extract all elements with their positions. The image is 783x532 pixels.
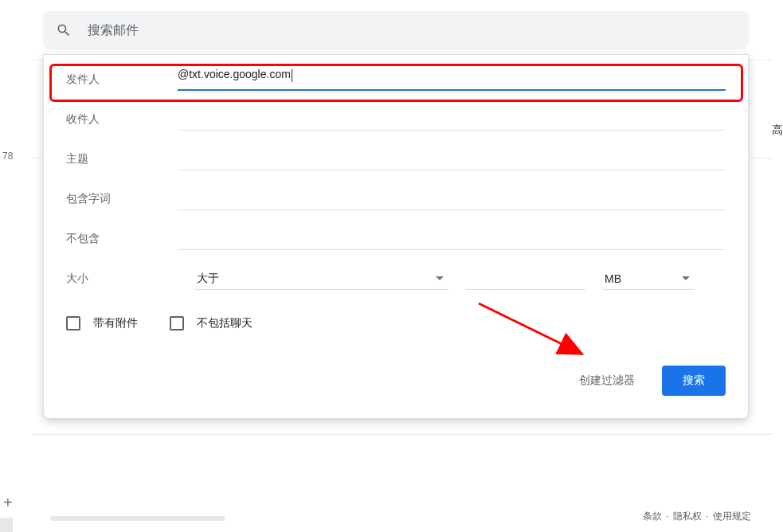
search-icon bbox=[56, 22, 72, 38]
nothas-input[interactable] bbox=[178, 228, 726, 250]
policies-link[interactable]: 使用规定 bbox=[713, 510, 751, 522]
search-bar[interactable]: 搜索邮件 bbox=[43, 11, 749, 49]
terms-link[interactable]: 条款 bbox=[643, 510, 662, 522]
subject-label: 主题 bbox=[66, 152, 178, 166]
to-label: 收件人 bbox=[66, 112, 178, 127]
size-unit-select[interactable]: MB bbox=[603, 268, 695, 290]
sidebar-square bbox=[0, 518, 13, 532]
search-button[interactable]: 搜索 bbox=[662, 366, 726, 396]
chevron-down-icon bbox=[436, 276, 444, 280]
haswords-label: 包含字词 bbox=[66, 192, 178, 206]
horizontal-scrollbar[interactable] bbox=[50, 516, 433, 522]
text-cursor bbox=[292, 69, 292, 82]
size-value-input[interactable] bbox=[466, 268, 585, 290]
create-filter-button[interactable]: 创建过滤器 bbox=[573, 366, 641, 396]
search-placeholder: 搜索邮件 bbox=[88, 22, 139, 39]
haswords-input[interactable] bbox=[178, 188, 726, 210]
side-text: 高 bbox=[772, 123, 783, 138]
from-label: 发件人 bbox=[66, 72, 178, 87]
exclude-chat-checkbox[interactable]: 不包括聊天 bbox=[170, 316, 253, 331]
from-input[interactable]: @txt.voice.google.com bbox=[178, 68, 726, 91]
has-attachment-checkbox[interactable]: 带有附件 bbox=[66, 316, 138, 331]
checkbox-icon bbox=[170, 316, 184, 331]
size-compare-select[interactable]: 大于 bbox=[195, 268, 448, 290]
sidebar-count: 78 bbox=[2, 151, 13, 162]
size-label: 大小 bbox=[66, 272, 178, 286]
to-input[interactable] bbox=[178, 108, 726, 131]
advanced-search-panel: 发件人 @txt.voice.google.com 收件人 主题 包含字词 不包… bbox=[43, 54, 749, 419]
plus-icon[interactable]: + bbox=[3, 494, 13, 512]
privacy-link[interactable]: 隐私权 bbox=[673, 510, 702, 522]
checkbox-icon bbox=[66, 316, 80, 331]
nothas-label: 不包含 bbox=[66, 232, 178, 246]
footer-links: 条款 · 隐私权 · 使用规定 bbox=[641, 510, 753, 523]
subject-input[interactable] bbox=[178, 148, 726, 170]
chevron-down-icon bbox=[682, 276, 690, 280]
